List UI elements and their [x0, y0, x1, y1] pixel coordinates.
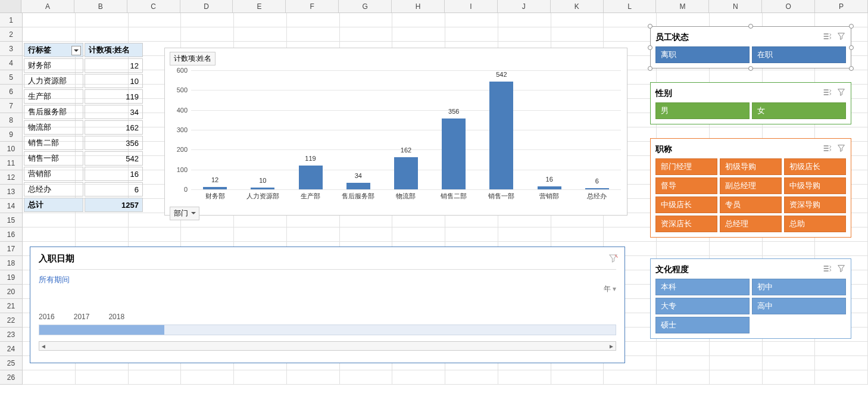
row-header[interactable]: 5 — [0, 70, 23, 85]
select-all-corner[interactable] — [0, 0, 21, 13]
row-header[interactable]: 3 — [0, 42, 23, 56]
row-header[interactable]: 17 — [0, 242, 23, 256]
row-header[interactable]: 13 — [0, 185, 23, 199]
pivot-row-label[interactable]: 物流部 — [24, 120, 83, 135]
slicer-item[interactable]: 资深店长 — [655, 216, 717, 232]
clear-filter-icon[interactable] — [836, 264, 846, 275]
slicer-item[interactable]: 离职 — [655, 46, 750, 63]
clear-filter-icon[interactable] — [608, 253, 619, 264]
pivot-row-value[interactable]: 356 — [85, 136, 143, 150]
column-header[interactable]: J — [498, 0, 551, 13]
resize-handle[interactable] — [648, 66, 652, 71]
scroll-right-icon[interactable]: ► — [608, 343, 614, 350]
chart-bar[interactable]: 119 — [299, 166, 323, 189]
pivot-row-value[interactable]: 119 — [85, 89, 143, 104]
column-header[interactable]: P — [815, 0, 868, 13]
column-header[interactable]: D — [180, 0, 233, 13]
timeline-track[interactable] — [39, 325, 616, 335]
slicer-item[interactable]: 男 — [655, 102, 750, 119]
chart-bar[interactable]: 356 — [442, 118, 466, 189]
slicer-item[interactable]: 副总经理 — [720, 177, 782, 194]
scroll-left-icon[interactable]: ◄ — [40, 343, 46, 350]
row-header[interactable]: 14 — [0, 199, 23, 213]
resize-handle[interactable] — [849, 45, 854, 50]
chart-bar[interactable]: 34 — [346, 183, 370, 189]
chart-bar[interactable]: 6 — [585, 188, 609, 189]
chart-bar[interactable]: 162 — [394, 157, 418, 189]
column-header[interactable]: G — [339, 0, 392, 13]
pivot-row-label[interactable]: 财务部 — [24, 58, 83, 73]
pivot-row-label[interactable]: 生产部 — [24, 89, 83, 104]
pivot-row-value[interactable]: 12 — [85, 58, 143, 73]
column-header[interactable]: O — [762, 0, 815, 13]
timeline-slicer[interactable]: 入职日期 所有期间 年 201620172018 ◄ ► — [30, 247, 625, 363]
pivot-total-value[interactable]: 1257 — [85, 198, 143, 212]
pivot-row-value[interactable]: 34 — [85, 105, 143, 119]
pivot-chart[interactable]: 计数项:姓名 0100200300400500600 1210119341623… — [164, 48, 627, 216]
clear-filter-icon[interactable] — [836, 32, 846, 43]
column-header[interactable]: A — [21, 0, 74, 13]
pivot-row-value[interactable]: 16 — [85, 167, 143, 181]
clear-filter-icon[interactable] — [836, 144, 846, 155]
column-header[interactable]: C — [127, 0, 180, 13]
row-header[interactable]: 2 — [0, 27, 23, 42]
pivot-row-value[interactable]: 6 — [85, 182, 143, 196]
pivot-header-value[interactable]: 计数项:姓名 — [85, 43, 143, 57]
pivot-header-label[interactable]: 行标签 — [24, 43, 83, 57]
row-header[interactable]: 20 — [0, 285, 23, 299]
pivot-row-label[interactable]: 人力资源部 — [24, 74, 83, 88]
row-header[interactable]: 25 — [0, 356, 23, 370]
multi-select-icon[interactable] — [822, 32, 832, 43]
multi-select-icon[interactable] — [822, 264, 832, 275]
resize-handle[interactable] — [748, 66, 753, 71]
slicer-item[interactable]: 本科 — [655, 279, 750, 295]
pivot-row-label[interactable]: 总经办 — [24, 182, 83, 196]
row-header[interactable]: 10 — [0, 142, 23, 156]
pivot-row-label[interactable]: 营销部 — [24, 167, 83, 181]
slicer-item[interactable]: 资深导购 — [784, 196, 846, 213]
chart-filter-button[interactable]: 部门 — [170, 207, 199, 220]
row-header[interactable]: 1 — [0, 13, 23, 27]
pivot-table[interactable]: 行标签 计数项:姓名 财务部12人力资源部10生产部119售后服务部34物流部1… — [23, 42, 144, 213]
slicer-item[interactable]: 专员 — [720, 196, 782, 213]
column-header[interactable]: H — [392, 0, 445, 13]
column-header[interactable]: K — [551, 0, 604, 13]
chart-legend[interactable]: 计数项:姓名 — [170, 52, 216, 66]
slicer-item[interactable]: 女 — [752, 102, 846, 119]
slicer-slicer1[interactable]: 员工状态 离职在职 — [650, 26, 851, 68]
pivot-row-label[interactable]: 销售二部 — [24, 136, 83, 150]
row-header[interactable]: 24 — [0, 342, 23, 356]
multi-select-icon[interactable] — [822, 144, 832, 155]
row-header[interactable]: 19 — [0, 270, 23, 285]
slicer-item[interactable]: 总经理 — [720, 216, 782, 232]
row-header[interactable]: 8 — [0, 113, 23, 127]
timeline-granularity[interactable]: 年 — [604, 284, 616, 294]
pivot-total-label[interactable]: 总计 — [24, 198, 83, 212]
slicer-slicer3[interactable]: 职称 部门经理初级导购初级店长督导副总经理中级导购中级店长专员资深导购资深店长总… — [650, 138, 851, 238]
clear-filter-icon[interactable] — [836, 88, 846, 99]
slicer-item[interactable]: 中级导购 — [784, 177, 846, 194]
slicer-item[interactable]: 初中 — [752, 279, 846, 295]
pivot-row-value[interactable]: 162 — [85, 120, 143, 135]
row-header[interactable]: 7 — [0, 99, 23, 113]
slicer-item[interactable]: 大专 — [655, 298, 750, 314]
resize-handle[interactable] — [648, 45, 652, 50]
row-header[interactable]: 26 — [0, 370, 23, 385]
resize-handle[interactable] — [748, 24, 753, 29]
resize-handle[interactable] — [849, 66, 854, 71]
dropdown-icon[interactable] — [71, 46, 81, 55]
row-header[interactable]: 16 — [0, 227, 23, 242]
slicer-item[interactable]: 硕士 — [655, 317, 750, 333]
pivot-row-label[interactable]: 销售一部 — [24, 151, 83, 166]
column-header[interactable]: L — [604, 0, 657, 13]
row-header[interactable]: 22 — [0, 313, 23, 328]
slicer-item[interactable]: 总助 — [784, 216, 846, 232]
row-header[interactable]: 4 — [0, 56, 23, 70]
row-header[interactable]: 11 — [0, 156, 23, 170]
pivot-row-value[interactable]: 10 — [85, 74, 143, 88]
multi-select-icon[interactable] — [822, 88, 832, 99]
row-header[interactable]: 9 — [0, 127, 23, 142]
slicer-slicer4[interactable]: 文化程度 本科初中大专高中硕士 — [650, 258, 851, 339]
slicer-slicer2[interactable]: 性别 男女 — [650, 82, 851, 124]
chart-bar[interactable]: 542 — [489, 82, 513, 189]
